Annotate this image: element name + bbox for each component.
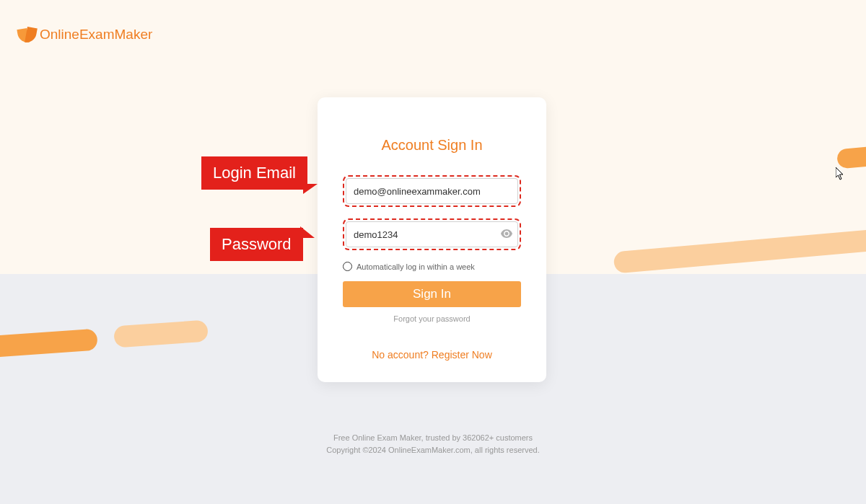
email-input[interactable] [346, 178, 518, 204]
register-link[interactable]: No account? Register Now [318, 349, 546, 361]
footer-line1: Free Online Exam Maker, trusted by 36206… [0, 432, 866, 445]
footer-line2: Copyright ©2024 OnlineExamMaker.com, all… [0, 444, 866, 457]
auto-login-row[interactable]: Automatically log in within a week [343, 262, 521, 271]
eye-icon[interactable] [501, 229, 512, 240]
forgot-password-link[interactable]: Forgot your password [343, 314, 521, 323]
auto-login-checkbox[interactable] [343, 262, 352, 271]
card-title: Account Sign In [343, 137, 521, 154]
signin-card: Account Sign In Automatically log in wit… [318, 97, 546, 382]
cursor-icon [836, 167, 846, 183]
logo-text: OnlineExamMaker [40, 27, 152, 43]
brand-logo: OnlineExamMaker [18, 25, 152, 43]
signin-button[interactable]: Sign In [343, 281, 521, 307]
logo-icon [18, 25, 36, 43]
password-input[interactable] [346, 221, 518, 247]
auto-login-label: Automatically log in within a week [357, 262, 475, 271]
callout-password: Password [210, 228, 303, 261]
callout-email: Login Email [201, 156, 307, 190]
password-field-highlight [343, 218, 521, 250]
email-field-highlight [343, 175, 521, 207]
footer: Free Online Exam Maker, trusted by 36206… [0, 432, 866, 457]
